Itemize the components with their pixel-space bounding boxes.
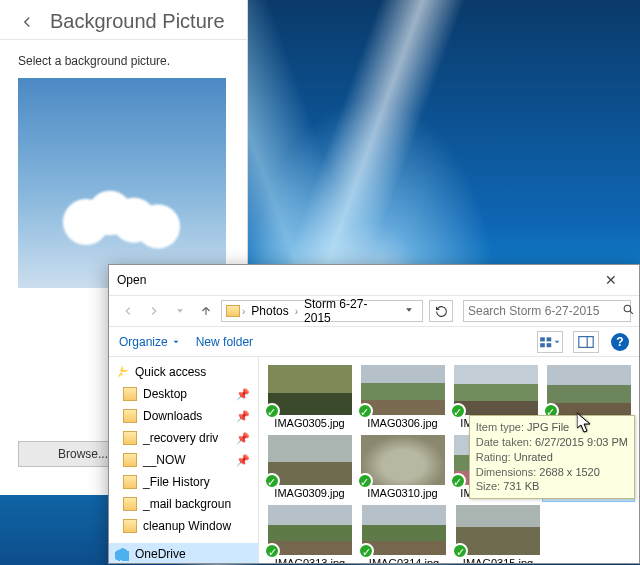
new-folder-button[interactable]: New folder — [196, 335, 253, 349]
file-thumbnail: ✓ — [362, 505, 446, 555]
navigation-pane: Quick access Desktop📌Downloads📌_recovery… — [109, 357, 259, 563]
file-item[interactable]: ✓IMAG0310.jpg — [357, 433, 448, 501]
file-item[interactable]: ✓IMAG0305.jpg — [264, 363, 355, 431]
folder-icon — [123, 475, 137, 489]
sync-check-icon: ✓ — [450, 403, 466, 419]
dialog-title: Open — [117, 273, 591, 287]
quick-access-group[interactable]: Quick access — [109, 361, 258, 383]
folder-icon — [123, 409, 137, 423]
sync-check-icon: ✓ — [357, 473, 373, 489]
sidebar-item[interactable]: __NOW📌 — [109, 449, 258, 471]
help-icon[interactable]: ? — [611, 333, 629, 351]
chevron-down-icon — [172, 338, 180, 346]
sync-check-icon: ✓ — [452, 543, 468, 559]
background-preview[interactable] — [18, 78, 226, 288]
svg-point-0 — [624, 305, 631, 312]
folder-icon — [123, 519, 137, 533]
sync-check-icon: ✓ — [264, 543, 280, 559]
star-icon — [115, 365, 129, 379]
refresh-icon[interactable] — [429, 300, 453, 322]
sidebar-item[interactable]: cleanup Window — [109, 515, 258, 537]
file-item[interactable]: ✓IMAG0306.jpg — [357, 363, 448, 431]
settings-prompt: Select a background picture. — [18, 54, 230, 68]
back-icon[interactable] — [16, 11, 38, 33]
file-thumbnail: ✓ — [268, 365, 352, 415]
organize-menu[interactable]: Organize — [119, 335, 180, 349]
pin-icon: 📌 — [236, 388, 250, 401]
sidebar-item[interactable]: _recovery driv📌 — [109, 427, 258, 449]
svg-rect-2 — [547, 337, 552, 341]
file-name: IMAG0309.jpg — [266, 487, 353, 499]
file-thumbnail: ✓ — [361, 435, 445, 485]
sidebar-item[interactable]: Downloads📌 — [109, 405, 258, 427]
sidebar-item-label: cleanup Window — [143, 519, 231, 533]
file-name: IMAG0305.jpg — [266, 417, 353, 429]
file-item[interactable]: ✓IMAG0315.jpg — [452, 503, 544, 563]
sidebar-item[interactable]: _mail backgroun — [109, 493, 258, 515]
breadcrumb-current[interactable]: Storm 6-27-2015 — [300, 297, 398, 325]
sync-check-icon: ✓ — [357, 403, 373, 419]
file-thumbnail: ✓ — [454, 365, 538, 415]
address-bar[interactable]: › Photos › Storm 6-27-2015 — [221, 300, 423, 322]
file-name: IMAG0313.jpg — [266, 557, 354, 563]
sidebar-item-label: __NOW — [143, 453, 186, 467]
file-item[interactable]: ✓IMAG0313.jpg — [264, 503, 356, 563]
search-icon[interactable] — [622, 303, 635, 319]
file-thumbnail: ✓ — [547, 365, 631, 415]
file-thumbnail: ✓ — [268, 505, 352, 555]
folder-icon — [226, 305, 240, 317]
sidebar-item-label: Desktop — [143, 387, 187, 401]
sidebar-item[interactable]: Desktop📌 — [109, 383, 258, 405]
nav-recent-icon[interactable] — [169, 300, 191, 322]
file-name: IMAG0314.jpg — [360, 557, 448, 563]
chevron-right-icon[interactable]: › — [295, 306, 298, 317]
sync-check-icon: ✓ — [358, 543, 374, 559]
sync-check-icon: ✓ — [450, 473, 466, 489]
svg-rect-4 — [547, 343, 552, 347]
file-thumbnail: ✓ — [456, 505, 540, 555]
nav-up-icon[interactable] — [195, 300, 217, 322]
search-box[interactable] — [463, 300, 631, 322]
svg-rect-1 — [540, 337, 545, 341]
search-input[interactable] — [464, 304, 622, 318]
settings-title: Background Picture — [50, 10, 225, 33]
pin-icon: 📌 — [236, 454, 250, 467]
folder-icon — [123, 453, 137, 467]
view-mode-button[interactable] — [537, 331, 563, 353]
preview-pane-button[interactable] — [573, 331, 599, 353]
folder-icon — [123, 431, 137, 445]
open-dialog: Open ✕ › Photos › Storm 6-27-2015 — [108, 264, 640, 564]
file-thumbnail: ✓ — [268, 435, 352, 485]
nav-back-icon[interactable] — [117, 300, 139, 322]
sidebar-item-label: _mail backgroun — [143, 497, 231, 511]
chevron-down-icon — [553, 338, 561, 346]
file-name: IMAG0315.jpg — [454, 557, 542, 563]
sidebar-item-label: Downloads — [143, 409, 202, 423]
sync-check-icon: ✓ — [264, 403, 280, 419]
sidebar-item[interactable]: _File History — [109, 471, 258, 493]
pin-icon: 📌 — [236, 410, 250, 423]
chevron-down-icon[interactable] — [400, 304, 418, 318]
file-tooltip: Item type: JPG File Date taken: 6/27/201… — [469, 415, 635, 499]
sidebar-item-label: _recovery driv — [143, 431, 218, 445]
svg-rect-3 — [540, 343, 545, 347]
file-name: IMAG0310.jpg — [359, 487, 446, 499]
nav-forward-icon[interactable] — [143, 300, 165, 322]
sync-check-icon: ✓ — [264, 473, 280, 489]
pin-icon: 📌 — [236, 432, 250, 445]
file-item[interactable]: ✓IMAG0314.jpg — [358, 503, 450, 563]
folder-icon — [123, 387, 137, 401]
close-icon[interactable]: ✕ — [591, 265, 631, 295]
svg-rect-5 — [579, 336, 593, 347]
file-thumbnail: ✓ — [361, 365, 445, 415]
file-item[interactable]: ✓IMAG0309.jpg — [264, 433, 355, 501]
breadcrumb-parent[interactable]: Photos — [247, 304, 292, 318]
onedrive-group[interactable]: OneDrive — [109, 543, 258, 563]
onedrive-icon — [115, 547, 129, 561]
file-name: IMAG0306.jpg — [359, 417, 446, 429]
folder-icon — [123, 497, 137, 511]
chevron-right-icon[interactable]: › — [242, 306, 245, 317]
sidebar-item-label: _File History — [143, 475, 210, 489]
